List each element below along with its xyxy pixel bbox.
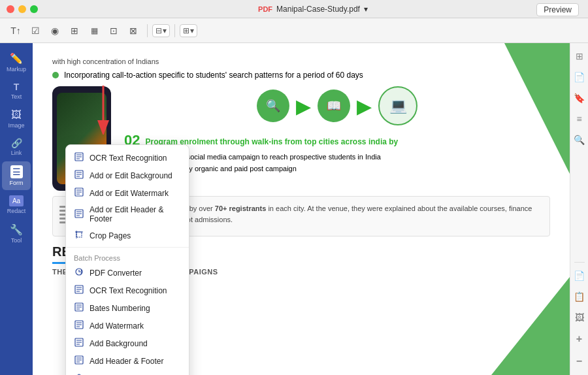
right-clipboard-btn[interactable]: 📋 <box>571 289 587 304</box>
monitor-circle-icon: 💻 <box>378 86 417 125</box>
link-icon: 🔗 <box>11 138 22 148</box>
toolbar-divider-2 <box>174 24 175 37</box>
menu-item-batch-ocr[interactable]: OCR Text Recognition <box>66 282 189 299</box>
right-sidebar-bottom: 📄 📋 🖼 + − <box>571 262 587 370</box>
book-circle-icon: 📖 <box>318 90 350 122</box>
icons-row: 🔍 ▶ 📖 ▶ 💻 <box>124 86 550 125</box>
pdf-converter-icon <box>74 267 84 278</box>
right-image-btn[interactable]: 🖼 <box>572 310 587 325</box>
right-add-btn[interactable]: + <box>574 331 585 348</box>
sidebar-label-markup: Markup <box>7 66 26 73</box>
sidebar-label-tool: Tool <box>11 237 22 244</box>
sidebar-item-redact[interactable]: Aa Redact <box>2 191 31 218</box>
batch-ocr-icon <box>74 285 84 296</box>
dropdown2-icon: ⊞ <box>183 26 189 35</box>
text-icon: T <box>14 82 20 92</box>
arrow-right-icon: ▶ <box>296 95 311 118</box>
menu-item-add-wm[interactable]: Add or Edit Watermark <box>66 184 189 202</box>
menu-item-add-watermark-batch[interactable]: Add Watermark <box>66 317 189 334</box>
sidebar-item-tool[interactable]: 🔧 Tool <box>2 220 31 248</box>
toolbar: T↑ ☑ ◉ ⊞ ▦ ⊡ ⊠ ⊟ ▾ ⊞ ▾ <box>0 18 588 43</box>
dropdown-menu: OCR Text Recognition Add or Edit Backgro… <box>65 144 189 375</box>
bullet-dot-1 <box>52 72 59 78</box>
table-tool-btn[interactable]: ▦ <box>85 22 103 40</box>
background-batch-label: Add Background <box>90 339 148 348</box>
text-tool-btn[interactable]: T↑ <box>7 22 25 40</box>
right-divider <box>574 262 585 263</box>
search-circle-icon: 🔍 <box>257 90 289 122</box>
menu-item-bates[interactable]: Bates Numbering <box>66 299 189 317</box>
checkbox-tool-btn[interactable]: ☑ <box>26 22 44 40</box>
right-page-btn[interactable]: 📄 <box>571 69 587 85</box>
sidebar-item-form[interactable]: ☰ Form <box>2 161 31 190</box>
maximize-button[interactable] <box>30 5 38 13</box>
top-text: with high concentration of Indians <box>52 57 159 65</box>
menu-item-add-hf[interactable]: Add or Edit Header & Footer <box>66 202 189 227</box>
sidebar-label-link: Link <box>11 150 22 156</box>
crop-label: Crop Pages <box>90 231 131 240</box>
pdf-file-icon: PDF <box>258 5 272 13</box>
sidebar-label-form: Form <box>10 180 24 186</box>
dropdown1-icon: ⊟ <box>155 26 162 35</box>
sidebar-label-redact: Redact <box>7 208 26 214</box>
right-bookmark-btn[interactable]: 🔖 <box>571 90 587 106</box>
title-bar-center: PDF Manipal-Case-Study.pdf ▾ <box>44 5 581 14</box>
bullet-text-1: Incorporating call-to-action specific to… <box>64 71 363 80</box>
watermark-batch-label: Add Watermark <box>90 321 144 331</box>
sign-tool-btn[interactable]: ⊠ <box>124 22 142 40</box>
right-sidebar: ⊞ 📄 🔖 ≡ 🔍 📄 📋 🖼 + − <box>570 43 588 375</box>
traffic-lights <box>7 5 38 13</box>
sidebar-label-image: Image <box>8 122 24 129</box>
sidebar-item-markup[interactable]: ✏️ Markup <box>2 48 31 76</box>
bullet-item-1: Incorporating call-to-action specific to… <box>52 71 550 80</box>
filename-label: Manipal-Case-Study.pdf <box>276 5 360 14</box>
dropdown-arrow-icon[interactable]: ▾ <box>364 5 368 14</box>
menu-item-batch-encrypt[interactable]: Batch Encrypt <box>66 370 189 375</box>
menu-item-add-background-batch[interactable]: Add Background <box>66 334 189 352</box>
minimize-button[interactable] <box>18 5 26 13</box>
background-batch-icon <box>74 338 84 349</box>
sidebar-item-link[interactable]: 🔗 Link <box>2 134 31 160</box>
dropdown1-arrow: ▾ <box>163 26 167 35</box>
radio-tool-btn[interactable]: ◉ <box>46 22 64 40</box>
grid-tool-btn[interactable]: ⊞ <box>65 22 84 40</box>
toolbar-text-tools: T↑ ☑ ◉ ⊞ ▦ ⊡ ⊠ <box>7 22 142 40</box>
svg-rect-18 <box>76 232 82 237</box>
menu-item-add-hf-batch[interactable]: Add Header & Footer <box>66 352 189 370</box>
right-doc-btn[interactable]: 📄 <box>571 268 587 284</box>
crop-icon <box>74 230 84 241</box>
sidebar-item-text[interactable]: T Text <box>2 78 31 104</box>
image-tool-btn[interactable]: ⊡ <box>105 22 123 40</box>
title-bar: PDF Manipal-Case-Study.pdf ▾ Preview <box>0 0 588 18</box>
menu-item-pdf-converter[interactable]: PDF Converter <box>66 264 189 282</box>
right-search-btn[interactable]: 🔍 <box>571 132 587 148</box>
right-remove-btn[interactable]: − <box>574 353 585 370</box>
main-layout: ✏️ Markup T Text 🖼 Image 🔗 Link ☰ Form A… <box>0 43 588 375</box>
toolbar-dropdown-1[interactable]: ⊟ ▾ <box>152 24 170 37</box>
right-menu-btn[interactable]: ≡ <box>574 111 584 127</box>
add-bg-label: Add or Edit Background <box>90 171 172 180</box>
menu-item-crop[interactable]: Crop Pages <box>66 227 189 244</box>
right-grid-btn[interactable]: ⊞ <box>573 48 586 64</box>
toolbar-divider-1 <box>147 24 148 37</box>
markup-icon: ✏️ <box>10 52 23 65</box>
form-icon: ☰ <box>10 165 23 178</box>
menu-item-ocr[interactable]: OCR Text Recognition <box>66 149 189 167</box>
add-hf-icon <box>74 209 84 220</box>
dropdown2-arrow: ▾ <box>190 26 194 35</box>
bates-label: Bates Numbering <box>90 304 150 313</box>
tool-icon: 🔧 <box>10 223 23 236</box>
pdf-converter-label: PDF Converter <box>90 269 142 278</box>
bates-icon <box>74 302 84 314</box>
sidebar-item-image[interactable]: 🖼 Image <box>2 105 31 133</box>
add-wm-icon <box>74 188 84 199</box>
hf-batch-label: Add Header & Footer <box>90 357 163 366</box>
batch-ocr-label: OCR Text Recognition <box>90 286 167 295</box>
batch-section-label: Batch Process <box>66 250 189 264</box>
ocr-menu-label: OCR Text Recognition <box>90 154 167 163</box>
preview-button[interactable]: Preview <box>536 3 579 16</box>
close-button[interactable] <box>7 5 14 13</box>
toolbar-dropdown-2[interactable]: ⊞ ▾ <box>180 24 197 37</box>
menu-item-add-bg[interactable]: Add or Edit Background <box>66 167 189 184</box>
watermark-batch-icon <box>74 320 84 331</box>
